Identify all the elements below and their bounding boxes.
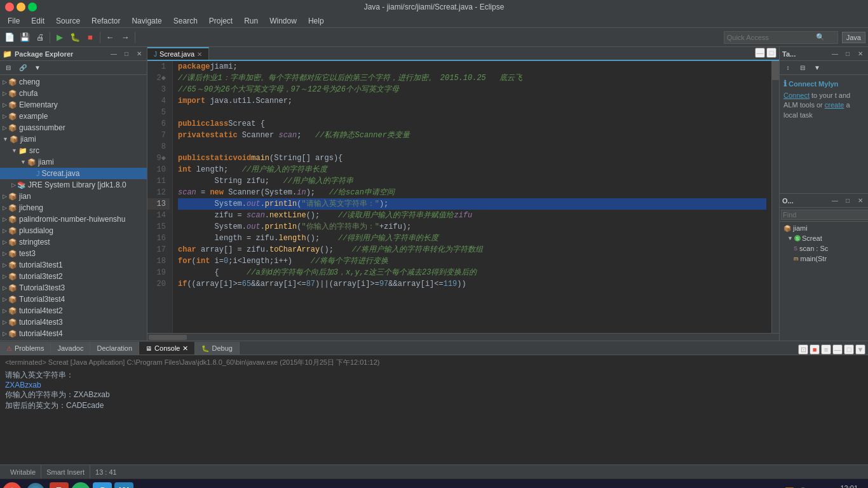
vertical-scrollbar[interactable] [771, 61, 779, 333]
tree-item-elementary[interactable]: ▷ 📦 Elementary [0, 99, 147, 111]
close-button[interactable] [5, 3, 14, 11]
editor-area: J Screat.java ✕ — □ 1 2◆ 3 4 5 6 [147, 47, 779, 341]
pkg-view-menu-button[interactable]: ▼ [31, 61, 44, 75]
menu-edit[interactable]: Edit [26, 15, 50, 27]
minimize-panel-button[interactable]: — [109, 49, 119, 59]
console-maximize-button[interactable]: □ [844, 344, 854, 355]
print-button[interactable]: 🖨 [33, 30, 47, 44]
minimize-button[interactable] [17, 3, 25, 11]
tree-item-stringtest[interactable]: ▷ 📦 stringtest [0, 236, 147, 248]
line-num-3: 3 [147, 84, 170, 95]
tasks-tool-1[interactable]: ↕ [781, 61, 795, 75]
outline-item-main[interactable]: m main(Str [781, 254, 867, 264]
tree-item-Tutorial3test4[interactable]: ▷ 📦 Tutorial3test4 [0, 294, 147, 305]
eclipse-button[interactable]: ☯ [24, 480, 47, 489]
tasks-minimize-btn[interactable]: — [830, 49, 840, 59]
prev-edit-button[interactable]: ← [103, 30, 117, 44]
maximize-panel-button[interactable]: □ [121, 49, 132, 59]
menu-file[interactable]: File [3, 15, 25, 27]
tree-item-test3[interactable]: ▷ 📦 test3 [0, 248, 147, 259]
quick-access-input[interactable] [727, 34, 816, 41]
maximize-button[interactable] [28, 3, 37, 11]
arrow-icon: ▼ [3, 136, 8, 142]
outline-maximize-btn[interactable]: □ [843, 196, 853, 206]
menu-window[interactable]: Window [264, 15, 302, 27]
arrow-icon: ▷ [3, 296, 7, 302]
outline-close-btn[interactable]: ✕ [855, 196, 865, 206]
tree-item-example[interactable]: ▷ 📦 example [0, 111, 147, 122]
tree-item-jian[interactable]: ▷ 📦 jian [0, 191, 147, 202]
title-bar: Java - jiami/src/jiami/Screat.java - Ecl… [0, 0, 868, 14]
tree-item-tutorial4test3[interactable]: ▷ 📦 tutorial4test3 [0, 316, 147, 328]
outline-minimize-btn[interactable]: — [830, 196, 840, 206]
menu-run[interactable]: Run [239, 15, 263, 27]
new-button[interactable]: 📄 [3, 30, 17, 44]
outline-item-screat[interactable]: ▼ S Screat [781, 233, 867, 243]
editor-tab-screat[interactable]: J Screat.java ✕ [147, 47, 209, 60]
stop-button[interactable]: ■ [83, 30, 97, 44]
menu-refactor[interactable]: Refactor [86, 15, 125, 27]
tree-item-plusdialog[interactable]: ▷ 📦 plusdialog [0, 225, 147, 236]
console-clear-button[interactable]: ⊡ [798, 344, 808, 355]
media-player-button[interactable]: ▶ [71, 482, 90, 489]
window-title: Java - jiami/src/jiami/Screat.java - Ecl… [43, 3, 825, 11]
tab-declaration[interactable]: Declaration [90, 342, 139, 355]
run-button[interactable]: ▶ [53, 30, 67, 44]
wps-word-button[interactable]: W [114, 482, 133, 489]
tab-debug[interactable]: 🐛 Debug [195, 342, 239, 355]
java-perspective-button[interactable]: Java [842, 32, 865, 43]
tree-item-jiami[interactable]: ▼ 📦 jiami [0, 133, 147, 145]
tree-item-guassnumber[interactable]: ▷ 📦 guassnumber [0, 122, 147, 133]
tree-item-tutorial3test1[interactable]: ▷ 📦 tutorial3test1 [0, 259, 147, 271]
menu-source[interactable]: Source [51, 15, 85, 27]
menu-project[interactable]: Project [204, 15, 238, 27]
tab-javadoc[interactable]: Javadoc [51, 342, 90, 355]
outline-item-scan[interactable]: S scan : Sc [781, 243, 867, 254]
tree-item-screat[interactable]: ▷ J Screat.java [0, 168, 147, 179]
save-button[interactable]: 💾 [18, 30, 32, 44]
outline-item-jiami[interactable]: 📦 jiami [781, 223, 867, 233]
link-editor-button[interactable]: 🔗 [16, 61, 30, 75]
tree-item-chufa[interactable]: ▷ 📦 chufa [0, 88, 147, 99]
console-tool3[interactable]: ≡ [821, 344, 831, 355]
find-input[interactable] [781, 210, 868, 220]
tasks-maximize-btn[interactable]: □ [843, 49, 853, 59]
console-content[interactable]: <terminated> Screat [Java Application] C… [0, 355, 868, 464]
close-tab-button[interactable]: ✕ [197, 51, 202, 58]
menu-search[interactable]: Search [168, 15, 203, 27]
maximize-editor-button[interactable]: □ [766, 48, 776, 58]
minimize-editor-button[interactable]: — [755, 48, 765, 58]
console-menu-button[interactable]: ▼ [855, 344, 865, 355]
console-stop-button[interactable]: ■ [810, 344, 820, 355]
console-minimize-button[interactable]: — [832, 344, 843, 355]
code-content[interactable]: package jiami; //课后作业1：字串加密。每个字符都对应它以后的第… [173, 61, 771, 333]
tree-item-src[interactable]: ▼ 📁 src [0, 145, 147, 156]
tree-item-tutorial4test4[interactable]: ▷ 📦 tutorial4test4 [0, 328, 147, 339]
horizontal-scrollbar[interactable] [147, 333, 779, 341]
tree-item-palindromic[interactable]: ▷ 📦 palindromic-number-huiwenshu [0, 214, 147, 225]
debug-button[interactable]: 🐛 [68, 30, 82, 44]
sogou-input-button[interactable]: S [93, 482, 112, 489]
close-console-tab-button[interactable]: ✕ [182, 344, 188, 353]
create-link[interactable]: create [825, 101, 844, 109]
tree-item-tutorial4test2[interactable]: ▷ 📦 tutorial4test2 [0, 305, 147, 316]
next-edit-button[interactable]: → [118, 30, 132, 44]
connect-link[interactable]: Connect [783, 92, 810, 99]
tree-item-jiami-pkg[interactable]: ▼ 📦 jiami [0, 156, 147, 168]
tab-console[interactable]: 🖥 Console ✕ [139, 342, 195, 355]
wps-presentation-button[interactable]: P [50, 482, 69, 489]
tree-item-Tutorial3test3[interactable]: ▷ 📦 Tutorial3test3 [0, 282, 147, 294]
tasks-tool-2[interactable]: ⊟ [796, 61, 810, 75]
start-menu-button[interactable]: ❖ [3, 482, 22, 489]
tree-item-jre[interactable]: ▷ 📚 JRE System Library [jdk1.8.0 [0, 179, 147, 191]
tasks-tool-3[interactable]: ▼ [810, 61, 824, 75]
menu-navigate[interactable]: Navigate [126, 15, 166, 27]
menu-help[interactable]: Help [303, 15, 329, 27]
tree-item-cheng[interactable]: ▷ 📦 cheng [0, 76, 147, 88]
tree-item-tutorial3test2[interactable]: ▷ 📦 tutorial3test2 [0, 271, 147, 282]
tab-problems[interactable]: ⚠ Problems [0, 342, 51, 355]
collapse-all-button[interactable]: ⊟ [1, 61, 15, 75]
close-panel-button[interactable]: ✕ [134, 49, 144, 59]
tree-item-jicheng[interactable]: ▷ 📦 jicheng [0, 202, 147, 214]
tasks-close-btn[interactable]: ✕ [855, 49, 865, 59]
